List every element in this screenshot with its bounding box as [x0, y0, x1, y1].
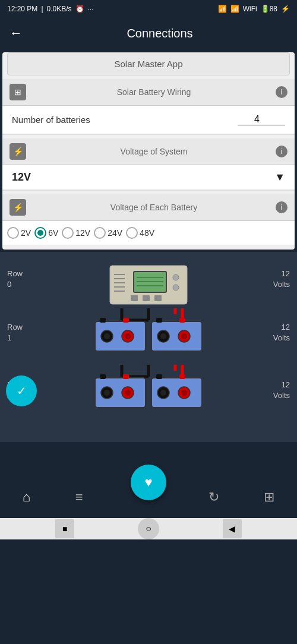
voltage-system-info-button[interactable]: i [276, 146, 287, 157]
radio-2v[interactable]: 2V [7, 227, 31, 239]
signal-icon: 📶 [218, 5, 227, 13]
voltage-system-icon: ⚡ [10, 143, 26, 160]
svg-point-50 [181, 390, 187, 396]
page-title: Connections [32, 27, 287, 40]
diagram-area: Row 0 12 Volts [0, 252, 297, 442]
battery-row-2 [89, 365, 208, 427]
radio-label-2v: 2V [21, 228, 31, 238]
radio-24v[interactable]: 24V [94, 227, 122, 239]
system-back-button[interactable]: ◀ [223, 519, 242, 538]
network-speed: 0.0KB/s [47, 5, 72, 13]
nav-menu[interactable]: ≡ [75, 490, 83, 505]
row-0-volts: 12 Volts [273, 269, 290, 290]
radio-12v[interactable]: 12V [62, 227, 90, 239]
heart-icon: ♥ [144, 475, 152, 490]
status-right: 📶 📶 WiFi 🔋88 ⚡ [218, 5, 290, 13]
svg-rect-51 [156, 374, 162, 379]
refresh-icon: ↻ [208, 490, 219, 505]
svg-rect-13 [143, 295, 150, 301]
grid-nav-icon: ⊞ [264, 490, 274, 505]
wifi-icon: 📶 [230, 5, 239, 13]
back-button[interactable]: ← [10, 26, 23, 41]
voltage-battery-icon: ⚡ [10, 199, 26, 216]
radio-6v[interactable]: 6V [34, 227, 58, 239]
svg-point-30 [181, 333, 187, 339]
svg-rect-32 [179, 318, 185, 323]
wifi2-icon: WiFi [243, 5, 257, 13]
radio-circle-24v [94, 227, 106, 239]
radio-label-48v: 48V [140, 228, 154, 238]
svg-point-10 [173, 274, 179, 280]
number-of-batteries-row: Number of batteries [2, 106, 295, 134]
radio-48v[interactable]: 48V [126, 227, 154, 239]
row-2-volts: 12 Volts [273, 380, 290, 401]
svg-rect-31 [156, 318, 162, 323]
svg-point-23 [125, 333, 131, 339]
radio-circle-12v [62, 227, 74, 239]
voltage-system-value: 12V [12, 171, 31, 184]
alarm-icon: ⏰ [75, 5, 84, 13]
svg-point-28 [160, 333, 166, 339]
battery-wiring-info-button[interactable]: i [276, 86, 287, 98]
nav-refresh[interactable]: ↻ [208, 490, 219, 505]
lightning2-icon: ⚡ [13, 203, 23, 212]
solar-master-app-bar: Solar Master App [7, 52, 290, 75]
svg-rect-12 [131, 295, 138, 301]
svg-point-41 [104, 390, 110, 396]
battery-wiring-label: Solar Battery Wiring [32, 87, 276, 97]
system-bar: ■ ○ ◀ [0, 518, 297, 539]
divider-1 [2, 134, 295, 135]
network-label: | [41, 5, 43, 13]
system-home-button[interactable]: ○ [138, 518, 159, 539]
radio-circle-2v [7, 227, 19, 239]
svg-point-43 [125, 390, 131, 396]
battery-icon: 🔋88 [261, 5, 277, 13]
dots-menu[interactable]: ··· [88, 5, 94, 13]
svg-rect-14 [154, 295, 162, 301]
radio-label-24v: 24V [108, 228, 122, 238]
fab-left-button[interactable]: ✓ [6, 375, 37, 406]
voltage-each-battery-label: Voltage of Each Battery [32, 203, 276, 212]
voltage-system-value-row: 12V ▼ [2, 165, 295, 190]
voltage-system-label: Voltage of System [32, 147, 276, 156]
lightning-icon: ⚡ [13, 147, 23, 156]
voltage-radio-group: 2V 6V 12V 24V 48V [2, 221, 295, 245]
number-of-batteries-label: Number of batteries [12, 115, 90, 125]
card-area: Solar Master App ⊞ Solar Battery Wiring … [2, 52, 295, 250]
number-of-batteries-input[interactable] [238, 114, 285, 125]
bottom-nav-wrapper: ♥ ⌂ ≡ ↻ ⊞ [0, 476, 297, 518]
fab-center-button[interactable]: ♥ [131, 465, 166, 500]
row-0-label: Row 0 [7, 269, 23, 290]
dropdown-arrow-icon[interactable]: ▼ [274, 171, 285, 184]
divider-2 [2, 190, 295, 191]
charging-icon: ⚡ [281, 5, 290, 13]
voltage-system-header: ⚡ Voltage of System i [2, 138, 295, 165]
menu-icon: ≡ [75, 490, 83, 505]
checklist-icon: ✓ [17, 384, 27, 398]
svg-rect-25 [123, 318, 129, 323]
top-header: ← Connections [0, 18, 297, 49]
bottom-nav: ♥ ⌂ ≡ ↻ ⊞ [0, 476, 297, 518]
nav-home[interactable]: ⌂ [23, 490, 30, 505]
svg-rect-44 [100, 374, 106, 379]
svg-rect-45 [123, 374, 129, 379]
battery-row-1 [89, 308, 208, 370]
voltage-each-battery-info-button[interactable]: i [276, 201, 287, 213]
row-1-volts: 12 Volts [273, 322, 290, 343]
svg-rect-24 [100, 318, 106, 323]
voltage-each-battery-header: ⚡ Voltage of Each Battery i [2, 194, 295, 221]
row-1-label: Row 1 [7, 322, 23, 343]
time-label: 12:20 PM [7, 5, 37, 13]
battery-wiring-icon: ⊞ [10, 84, 26, 100]
status-bar: 12:20 PM | 0.0KB/s ⏰ ··· 📶 📶 WiFi 🔋88 ⚡ [0, 0, 297, 18]
svg-point-21 [104, 333, 110, 339]
svg-rect-52 [179, 374, 185, 379]
inverter-device [107, 263, 190, 307]
svg-point-11 [173, 285, 179, 291]
grid-icon: ⊞ [14, 87, 21, 97]
system-stop-button[interactable]: ■ [55, 519, 74, 538]
radio-circle-48v [126, 227, 138, 239]
battery-wiring-header: ⊞ Solar Battery Wiring i [2, 79, 295, 106]
home-icon: ⌂ [23, 490, 30, 505]
nav-grid[interactable]: ⊞ [264, 490, 274, 505]
